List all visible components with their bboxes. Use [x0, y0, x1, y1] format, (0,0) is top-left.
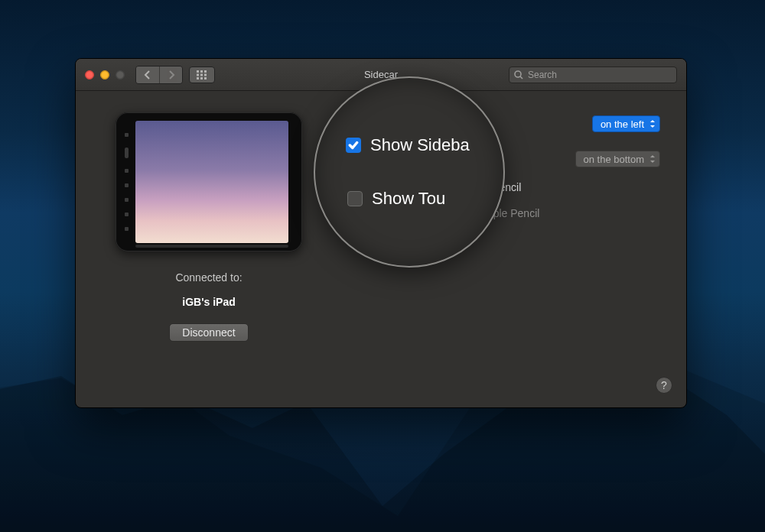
check-icon — [340, 183, 349, 192]
connected-device-name: iGB's iPad — [182, 296, 235, 308]
window-content: Connected to: iGB's iPad Disconnect Show… — [76, 91, 686, 407]
sidebar-position-select[interactable]: on the left — [592, 115, 660, 132]
svg-line-10 — [520, 76, 522, 79]
svg-rect-3 — [197, 73, 199, 76]
double-tap-label: Enable double tap on Apple Pencil — [358, 181, 521, 193]
back-button[interactable] — [136, 66, 159, 83]
help-button[interactable]: ? — [656, 377, 672, 394]
stepper-arrows-icon — [649, 118, 656, 130]
svg-rect-7 — [200, 77, 203, 79]
stepper-arrows-icon — [649, 153, 656, 165]
search-field[interactable] — [509, 66, 677, 83]
svg-rect-5 — [204, 73, 207, 76]
svg-rect-8 — [204, 77, 207, 79]
double-tap-checkbox[interactable] — [339, 182, 350, 193]
ipad-preview — [116, 112, 302, 251]
svg-point-9 — [515, 71, 521, 77]
show-sidebar-label: Show Sidebar — [358, 116, 444, 132]
search-icon — [514, 70, 523, 79]
ipad-touchbar — [135, 245, 288, 248]
ipad-screen — [135, 121, 288, 243]
options-panel: Show Sidebar on the left Show Touch Bar … — [316, 112, 660, 394]
svg-rect-2 — [204, 70, 207, 73]
close-window-button[interactable] — [85, 70, 94, 79]
zoom-window-button[interactable] — [116, 70, 125, 79]
show-pointer-row: Show pointer when using Apple Pencil — [339, 207, 660, 219]
minimize-window-button[interactable] — [100, 70, 109, 79]
device-panel: Connected to: iGB's iPad Disconnect — [102, 112, 316, 394]
show-sidebar-row: Show Sidebar on the left — [339, 115, 660, 132]
touchbar-position-value: on the bottom — [584, 154, 645, 165]
check-icon — [340, 120, 349, 128]
show-all-prefs-button[interactable] — [189, 66, 215, 83]
svg-rect-1 — [200, 70, 203, 73]
show-pointer-label: Show pointer when using Apple Pencil — [358, 207, 539, 219]
show-touchbar-row: Show Touch Bar on the bottom — [339, 151, 660, 167]
show-sidebar-checkbox[interactable] — [339, 118, 350, 130]
show-touchbar-label: Show Touch Bar — [358, 153, 436, 165]
sidecar-prefs-window: Sidecar Connected to: iGB's iPad Disconn… — [75, 58, 687, 408]
nav-back-forward — [135, 66, 183, 84]
show-pointer-checkbox[interactable] — [339, 208, 350, 219]
window-toolbar: Sidecar — [76, 59, 686, 91]
search-input[interactable] — [528, 70, 672, 80]
show-touchbar-checkbox[interactable] — [339, 154, 350, 165]
svg-rect-6 — [197, 77, 199, 79]
disconnect-button[interactable]: Disconnect — [169, 323, 248, 342]
touchbar-position-select[interactable]: on the bottom — [575, 151, 661, 167]
svg-rect-4 — [200, 73, 203, 76]
connected-to-label: Connected to: — [175, 271, 242, 284]
ipad-sidebar-icons — [125, 128, 129, 236]
forward-button[interactable] — [159, 66, 182, 83]
sidebar-position-value: on the left — [601, 118, 644, 130]
check-icon — [340, 209, 349, 218]
traffic-lights — [85, 70, 125, 79]
double-tap-row: Enable double tap on Apple Pencil — [339, 181, 660, 193]
svg-rect-0 — [197, 70, 199, 73]
